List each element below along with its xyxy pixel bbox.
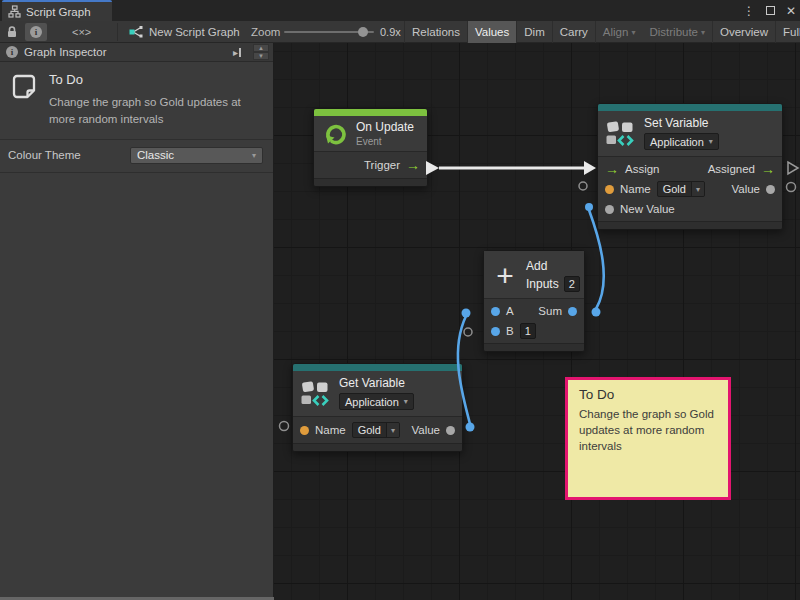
node-footer (598, 221, 782, 229)
number-port-icon (568, 307, 577, 316)
flow-output-icon: → (761, 162, 775, 176)
node-title: Add (526, 259, 580, 273)
port-label: B (506, 325, 514, 337)
port-b-input[interactable]: B 1 (491, 323, 536, 339)
port-value-output[interactable]: Value (411, 424, 455, 436)
code-preview-icon[interactable]: <×> (72, 21, 91, 43)
port-new-value-input[interactable]: New Value (605, 203, 675, 215)
zoom-slider-handle[interactable] (358, 27, 368, 37)
node-add[interactable]: + Add Inputs 2 A Sum (483, 250, 585, 352)
port-label: Name (620, 183, 651, 195)
value-port-icon (766, 185, 775, 194)
string-port-icon (605, 185, 614, 194)
port-label: Sum (538, 305, 562, 317)
panel-spinner[interactable]: ▲ ▼ (253, 44, 269, 60)
variable-scope-dropdown[interactable]: Application ▾ (339, 393, 414, 410)
spinner-down-icon[interactable]: ▼ (253, 52, 269, 60)
tab-script-graph[interactable]: Script Graph (2, 0, 112, 21)
node-subtitle: Event (356, 136, 414, 147)
overview-button[interactable]: Overview (713, 21, 775, 43)
variable-colorbar (293, 364, 462, 371)
inspector-toggle-button[interactable]: i (25, 21, 47, 43)
port-value-output[interactable]: Value (731, 183, 775, 195)
dock-panel-icon[interactable]: ▸ (233, 47, 241, 58)
inputs-label: Inputs (526, 277, 559, 291)
node-footer (314, 178, 427, 186)
variable-icon (301, 380, 331, 407)
port-label: Value (411, 424, 440, 436)
flow-output-icon: → (406, 158, 420, 172)
relations-button[interactable]: Relations (405, 21, 467, 43)
dim-button[interactable]: Dim (517, 21, 551, 43)
toolbar-separator (117, 23, 118, 41)
port-name-input[interactable]: Name Gold ▾ (605, 181, 705, 197)
sticky-note-title: To Do (579, 387, 717, 402)
distribute-dropdown[interactable]: Distribute▾ (642, 21, 712, 43)
inspector-note-section: To Do Change the graph so Gold updates a… (0, 62, 273, 140)
value-port-icon (605, 205, 614, 214)
variable-scope-dropdown[interactable]: Application ▾ (644, 133, 719, 150)
node-on-update[interactable]: On Update Event Trigger → (313, 108, 428, 187)
port-trigger-output[interactable]: Trigger → (364, 158, 420, 172)
port-assign-input[interactable]: → Assign (605, 162, 660, 176)
sticky-note[interactable]: To Do Change the graph so Gold updates a… (565, 377, 731, 500)
colour-theme-label: Colour Theme (8, 149, 130, 161)
name-value-dropdown[interactable]: Gold ▾ (657, 181, 705, 197)
port-assigned-output[interactable]: Assigned → (708, 162, 775, 176)
port-sum-output[interactable]: Sum (538, 305, 577, 317)
port-a-input[interactable]: A (491, 305, 514, 317)
fullscreen-button[interactable]: Full S (776, 21, 800, 43)
info-icon: i (30, 26, 42, 38)
zoom-slider[interactable] (284, 31, 374, 33)
lock-icon[interactable] (5, 21, 19, 43)
tab-strip: Script Graph ⋮ ✕ (0, 0, 800, 21)
node-title: Get Variable (339, 376, 414, 390)
note-description: Change the graph so Gold updates at more… (49, 94, 261, 129)
align-dropdown[interactable]: Align▾ (596, 21, 643, 43)
node-footer (293, 443, 462, 451)
graph-asset-icon (129, 21, 145, 43)
carry-button[interactable]: Carry (553, 21, 595, 43)
zoom-value: 0.9x (380, 21, 401, 43)
flow-input-icon: → (605, 162, 619, 176)
sticky-note-icon (10, 71, 38, 102)
inspector-title: Graph Inspector (24, 46, 106, 58)
values-button[interactable]: Values (468, 21, 516, 43)
colour-theme-row: Colour Theme Classic ▾ (0, 140, 273, 173)
chevron-down-icon: ▾ (252, 151, 256, 160)
colour-theme-dropdown[interactable]: Classic ▾ (130, 147, 263, 164)
variable-icon (606, 120, 636, 147)
update-loop-icon (322, 121, 348, 147)
node-set-variable[interactable]: Set Variable Application ▾ → Assign Assi… (597, 103, 783, 230)
node-title: Set Variable (644, 116, 719, 130)
chevron-down-icon: ▾ (391, 426, 395, 435)
graph-toolbar: i <×> New Script Graph Zoom 0.9x Relatio… (0, 21, 800, 43)
inputs-count-field[interactable]: 2 (564, 276, 580, 292)
close-icon[interactable]: ✕ (786, 4, 796, 18)
spinner-up-icon[interactable]: ▲ (253, 44, 269, 52)
port-label: Trigger (364, 159, 400, 171)
maximize-icon[interactable] (766, 6, 775, 15)
name-value-dropdown[interactable]: Gold ▾ (352, 422, 400, 438)
number-port-icon (491, 327, 500, 336)
node-footer (484, 343, 584, 351)
graph-name-label[interactable]: New Script Graph (149, 21, 240, 43)
port-label: Assign (625, 163, 660, 175)
port-label: A (506, 305, 514, 317)
window-menu-icon[interactable]: ⋮ (743, 4, 755, 18)
chevron-down-icon: ▾ (709, 137, 718, 146)
chevron-down-icon: ▾ (696, 185, 700, 194)
unity-script-graph-window: Script Graph ⋮ ✕ i <×> Ne (0, 0, 800, 600)
zoom-label: Zoom (251, 21, 280, 43)
node-title: On Update (356, 120, 414, 134)
chevron-down-icon: ▾ (631, 28, 635, 37)
info-icon: i (6, 46, 18, 58)
node-get-variable[interactable]: Get Variable Application ▾ Name Gold ▾ (292, 363, 463, 452)
graph-inspector-panel: i Graph Inspector ▸ ▲ ▼ To Do Change the… (0, 43, 274, 600)
port-name-input[interactable]: Name Gold ▾ (300, 422, 400, 438)
port-label: Assigned (708, 163, 755, 175)
port-label: Value (731, 183, 760, 195)
b-value-field[interactable]: 1 (520, 323, 536, 339)
port-label: Name (315, 424, 346, 436)
tab-title: Script Graph (26, 6, 91, 18)
